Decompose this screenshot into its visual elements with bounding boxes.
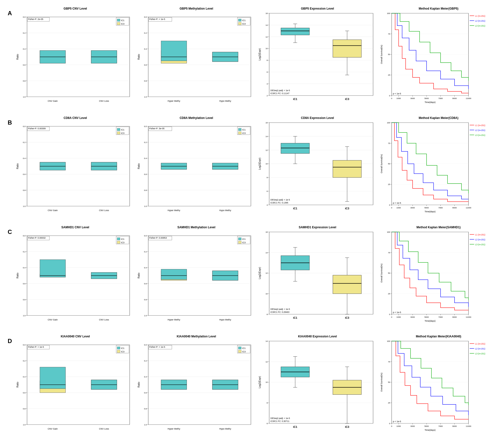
svg-text:0.0: 0.0 bbox=[23, 344, 26, 346]
svg-text:0.6: 0.6 bbox=[144, 392, 147, 394]
svg-text:iC1: iC1 bbox=[242, 238, 246, 240]
svg-text:4: 4 bbox=[267, 83, 268, 85]
svg-text:75: 75 bbox=[388, 251, 390, 254]
svg-text:Ratio: Ratio bbox=[137, 163, 140, 169]
meth-chart: 0.00.20.40.60.81.0RatioHyper MethyHypo M… bbox=[137, 339, 256, 441]
row-label-A: A bbox=[5, 5, 15, 114]
svg-text:Ratio: Ratio bbox=[16, 163, 19, 169]
expr-title: KIAA0040 Expression Level bbox=[298, 335, 337, 338]
svg-text:11000: 11000 bbox=[466, 316, 471, 318]
svg-text:iC3: iC3 bbox=[345, 207, 349, 210]
svg-text:14: 14 bbox=[266, 24, 268, 26]
svg-text:11000: 11000 bbox=[466, 207, 471, 209]
svg-text:0.4: 0.4 bbox=[23, 48, 26, 50]
svg-text:iC3: iC3 bbox=[242, 241, 246, 244]
svg-rect-66 bbox=[238, 19, 241, 21]
svg-text:16: 16 bbox=[266, 231, 268, 233]
svg-text:iC1: iC1 bbox=[242, 19, 246, 22]
svg-rect-57 bbox=[161, 41, 187, 61]
svg-text:0.2: 0.2 bbox=[144, 141, 147, 143]
svg-text:8: 8 bbox=[267, 59, 268, 61]
svg-text:0: 0 bbox=[389, 313, 390, 315]
svg-text:CNV Gain: CNV Gain bbox=[48, 209, 58, 212]
km-title: Method Kaplan Meier(SAMHD1) bbox=[416, 225, 461, 229]
svg-text:12: 12 bbox=[266, 149, 268, 151]
svg-text:Log2(Expr): Log2(Expr) bbox=[258, 267, 261, 279]
svg-text:0.2: 0.2 bbox=[23, 250, 26, 253]
km-panel-A: Method Kaplan Meier(GBP5)0255075100Overa… bbox=[378, 5, 499, 114]
svg-text:12: 12 bbox=[266, 361, 268, 363]
meth-panel-C: SAMHD1 Methylation Level0.00.20.40.60.81… bbox=[136, 224, 257, 333]
svg-text:Overall Survival(%): Overall Survival(%) bbox=[380, 373, 383, 392]
svg-text:L1 (n=151): L1 (n=151) bbox=[475, 343, 485, 345]
km-title: Method Kaplan Meier(CD8A) bbox=[419, 116, 458, 120]
svg-text:0.4: 0.4 bbox=[23, 376, 26, 378]
svg-text:iC1: iC1 bbox=[121, 129, 125, 131]
svg-text:CNV Loss: CNV Loss bbox=[99, 318, 109, 321]
meth-chart: 0.00.20.40.60.81.0RatioHyper MethyHypo M… bbox=[137, 120, 256, 223]
svg-text:iC1: iC1 bbox=[293, 425, 297, 428]
svg-text:Hyper Methy: Hyper Methy bbox=[167, 428, 180, 430]
svg-text:iC1: iC1 bbox=[242, 129, 246, 131]
svg-text:9000: 9000 bbox=[452, 316, 457, 318]
svg-text:0.8: 0.8 bbox=[144, 408, 147, 410]
meth-panel-B: CD8A Methylation Level0.00.20.40.60.81.0… bbox=[136, 114, 257, 224]
svg-text:iC3/iC1 FC: 0.30711: iC3/iC1 FC: 0.30711 bbox=[270, 420, 289, 422]
meth-panel-D: KIAA0040 Methylation Level0.00.20.40.60.… bbox=[136, 333, 257, 442]
row-D: DKIAA0040 CNV Level0.00.20.40.60.81.0Rat… bbox=[5, 333, 499, 442]
svg-text:0.4: 0.4 bbox=[144, 266, 147, 269]
svg-text:CNV Loss: CNV Loss bbox=[99, 428, 109, 430]
svg-text:Ratio: Ratio bbox=[16, 54, 19, 60]
meth-title: SAMHD1 Methylation Level bbox=[177, 225, 215, 229]
svg-text:9000: 9000 bbox=[452, 207, 457, 209]
row-A: AGBP5 CNV Level0.00.20.40.60.81.0RatioCN… bbox=[5, 5, 499, 114]
svg-rect-477 bbox=[117, 350, 120, 353]
svg-text:75: 75 bbox=[388, 33, 390, 35]
svg-text:100: 100 bbox=[387, 12, 390, 15]
row-label-C: C bbox=[5, 224, 15, 333]
svg-text:p < 1e-5: p < 1e-5 bbox=[393, 420, 401, 423]
svg-rect-334 bbox=[117, 241, 120, 243]
svg-rect-369 bbox=[238, 241, 241, 243]
svg-text:0.6: 0.6 bbox=[144, 282, 147, 285]
svg-text:0.8: 0.8 bbox=[144, 189, 147, 191]
svg-text:Log2(Expr): Log2(Expr) bbox=[258, 376, 261, 388]
svg-text:iC3: iC3 bbox=[345, 425, 349, 428]
cnv-chart: 0.00.20.40.60.81.0RatioCNV GainCNV LossF… bbox=[16, 120, 135, 223]
svg-text:5000: 5000 bbox=[424, 207, 429, 209]
svg-rect-323 bbox=[40, 259, 65, 277]
svg-text:50: 50 bbox=[388, 381, 390, 384]
svg-text:3000: 3000 bbox=[410, 316, 415, 318]
svg-text:Ratio: Ratio bbox=[16, 382, 19, 388]
svg-text:L1 (n=151): L1 (n=151) bbox=[475, 233, 485, 236]
svg-text:1.0: 1.0 bbox=[23, 424, 26, 426]
svg-text:25: 25 bbox=[388, 293, 390, 295]
svg-rect-185 bbox=[117, 132, 120, 134]
svg-text:0.8: 0.8 bbox=[144, 298, 147, 301]
svg-text:0: 0 bbox=[389, 95, 390, 97]
svg-text:iC3: iC3 bbox=[121, 132, 125, 134]
svg-text:iC3/iC1 FC: 0.28463: iC3/iC1 FC: 0.28463 bbox=[270, 311, 289, 313]
svg-rect-367 bbox=[238, 238, 241, 240]
svg-text:CNV Loss: CNV Loss bbox=[99, 100, 109, 102]
svg-rect-220 bbox=[238, 132, 241, 134]
svg-text:0.6: 0.6 bbox=[23, 64, 26, 66]
svg-rect-33 bbox=[117, 22, 120, 25]
svg-text:25: 25 bbox=[388, 183, 390, 186]
svg-text:Time(days): Time(days) bbox=[424, 319, 435, 322]
svg-text:0.0: 0.0 bbox=[23, 235, 26, 237]
svg-text:iC1: iC1 bbox=[121, 19, 125, 22]
svg-text:25: 25 bbox=[388, 74, 390, 76]
cnv-panel-D: KIAA0040 CNV Level0.00.20.40.60.81.0Rati… bbox=[15, 333, 136, 442]
svg-text:iC3/iC1 FC: 0.1395: iC3/iC1 FC: 0.1395 bbox=[270, 202, 288, 204]
svg-text:3000: 3000 bbox=[410, 425, 415, 427]
cnv-chart: 0.00.20.40.60.81.0RatioCNV GainCNV LossF… bbox=[16, 339, 135, 441]
svg-text:Ratio: Ratio bbox=[137, 54, 140, 60]
svg-text:0.0: 0.0 bbox=[144, 125, 147, 128]
km-chart: 0255075100Overall Survival(%)01000300050… bbox=[379, 11, 498, 113]
svg-text:8: 8 bbox=[267, 402, 268, 404]
svg-text:0.4: 0.4 bbox=[144, 157, 147, 159]
svg-rect-358 bbox=[161, 269, 187, 279]
svg-text:CNV Gain: CNV Gain bbox=[48, 100, 58, 102]
expr-title: GBP5 Expression Level bbox=[301, 7, 334, 10]
